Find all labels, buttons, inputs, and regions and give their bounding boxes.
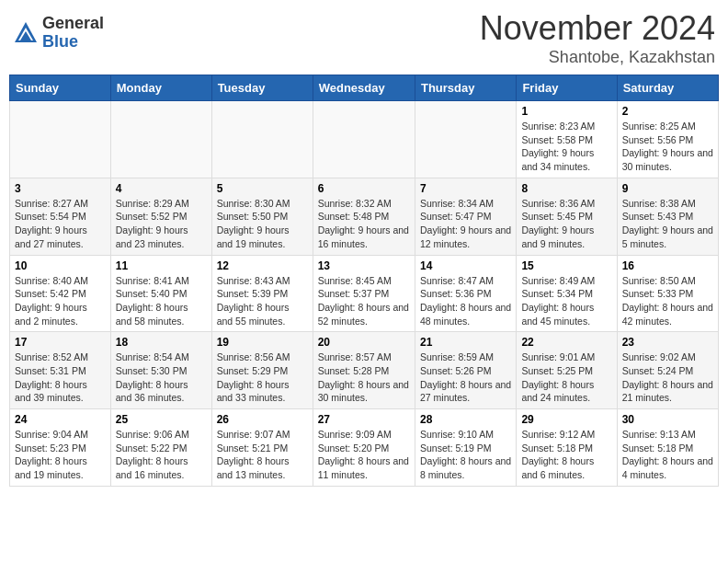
calendar-cell: 15Sunrise: 8:49 AMSunset: 5:34 PMDayligh… bbox=[517, 255, 617, 332]
day-number: 20 bbox=[318, 336, 410, 349]
calendar-week-5: 24Sunrise: 9:04 AMSunset: 5:23 PMDayligh… bbox=[10, 409, 719, 487]
weekday-header-saturday: Saturday bbox=[617, 75, 718, 101]
weekday-header-sunday: Sunday bbox=[10, 75, 111, 101]
calendar-cell: 11Sunrise: 8:41 AMSunset: 5:40 PMDayligh… bbox=[110, 255, 211, 332]
calendar-cell bbox=[211, 101, 313, 178]
calendar-cell: 6Sunrise: 8:32 AMSunset: 5:48 PMDaylight… bbox=[313, 178, 415, 255]
calendar-cell: 18Sunrise: 8:54 AMSunset: 5:30 PMDayligh… bbox=[110, 332, 211, 409]
calendar-week-2: 3Sunrise: 8:27 AMSunset: 5:54 PMDaylight… bbox=[10, 178, 719, 255]
calendar-cell: 19Sunrise: 8:56 AMSunset: 5:29 PMDayligh… bbox=[211, 332, 313, 409]
day-info: Sunrise: 9:09 AMSunset: 5:20 PMDaylight:… bbox=[318, 428, 410, 482]
day-number: 7 bbox=[420, 182, 511, 195]
day-info: Sunrise: 8:50 AMSunset: 5:33 PMDaylight:… bbox=[622, 274, 713, 328]
calendar-cell: 1Sunrise: 8:23 AMSunset: 5:58 PMDaylight… bbox=[517, 101, 617, 178]
calendar-cell: 13Sunrise: 8:45 AMSunset: 5:37 PMDayligh… bbox=[313, 255, 415, 332]
calendar-cell: 24Sunrise: 9:04 AMSunset: 5:23 PMDayligh… bbox=[10, 409, 111, 487]
day-info: Sunrise: 8:49 AMSunset: 5:34 PMDaylight:… bbox=[521, 274, 611, 328]
calendar-cell: 5Sunrise: 8:30 AMSunset: 5:50 PMDaylight… bbox=[211, 178, 313, 255]
day-info: Sunrise: 8:27 AMSunset: 5:54 PMDaylight:… bbox=[15, 197, 106, 251]
day-number: 6 bbox=[318, 182, 410, 195]
calendar-cell: 27Sunrise: 9:09 AMSunset: 5:20 PMDayligh… bbox=[313, 409, 415, 487]
day-info: Sunrise: 8:40 AMSunset: 5:42 PMDaylight:… bbox=[15, 274, 106, 328]
day-number: 9 bbox=[622, 182, 713, 195]
day-info: Sunrise: 8:41 AMSunset: 5:40 PMDaylight:… bbox=[116, 274, 207, 328]
day-number: 13 bbox=[318, 259, 410, 272]
calendar-cell bbox=[10, 101, 111, 178]
day-info: Sunrise: 9:02 AMSunset: 5:24 PMDaylight:… bbox=[622, 350, 713, 405]
day-number: 17 bbox=[15, 336, 106, 349]
day-info: Sunrise: 8:54 AMSunset: 5:30 PMDaylight:… bbox=[116, 350, 207, 405]
calendar-cell: 8Sunrise: 8:36 AMSunset: 5:45 PMDaylight… bbox=[517, 178, 617, 255]
calendar-cell: 10Sunrise: 8:40 AMSunset: 5:42 PMDayligh… bbox=[10, 255, 111, 332]
page-header: General Blue November 2024 Shantobe, Kaz… bbox=[9, 9, 719, 67]
day-number: 8 bbox=[521, 182, 611, 195]
calendar-cell: 16Sunrise: 8:50 AMSunset: 5:33 PMDayligh… bbox=[617, 255, 718, 332]
day-info: Sunrise: 9:04 AMSunset: 5:23 PMDaylight:… bbox=[15, 428, 106, 482]
day-number: 19 bbox=[217, 336, 308, 349]
day-info: Sunrise: 9:10 AMSunset: 5:19 PMDaylight:… bbox=[420, 428, 511, 482]
day-number: 3 bbox=[15, 182, 106, 195]
calendar-cell bbox=[415, 101, 516, 178]
weekday-header-tuesday: Tuesday bbox=[211, 75, 313, 101]
day-number: 29 bbox=[521, 413, 611, 426]
calendar-week-1: 1Sunrise: 8:23 AMSunset: 5:58 PMDaylight… bbox=[10, 101, 719, 178]
calendar-header-row: SundayMondayTuesdayWednesdayThursdayFrid… bbox=[10, 75, 719, 101]
logo-general: General bbox=[42, 15, 104, 33]
calendar-cell: 22Sunrise: 9:01 AMSunset: 5:25 PMDayligh… bbox=[517, 332, 617, 409]
day-info: Sunrise: 8:38 AMSunset: 5:43 PMDaylight:… bbox=[622, 197, 713, 251]
day-info: Sunrise: 8:59 AMSunset: 5:26 PMDaylight:… bbox=[420, 350, 511, 405]
calendar-cell: 3Sunrise: 8:27 AMSunset: 5:54 PMDaylight… bbox=[10, 178, 111, 255]
day-info: Sunrise: 8:57 AMSunset: 5:28 PMDaylight:… bbox=[318, 350, 410, 405]
day-number: 21 bbox=[420, 336, 511, 349]
day-number: 28 bbox=[420, 413, 511, 426]
day-number: 14 bbox=[420, 259, 511, 272]
calendar-cell: 14Sunrise: 8:47 AMSunset: 5:36 PMDayligh… bbox=[415, 255, 516, 332]
day-info: Sunrise: 9:06 AMSunset: 5:22 PMDaylight:… bbox=[116, 428, 207, 482]
day-info: Sunrise: 8:23 AMSunset: 5:58 PMDaylight:… bbox=[521, 120, 611, 174]
day-number: 15 bbox=[521, 259, 611, 272]
day-number: 27 bbox=[318, 413, 410, 426]
calendar-cell bbox=[110, 101, 211, 178]
calendar-cell: 4Sunrise: 8:29 AMSunset: 5:52 PMDaylight… bbox=[110, 178, 211, 255]
calendar-cell: 28Sunrise: 9:10 AMSunset: 5:19 PMDayligh… bbox=[415, 409, 516, 487]
day-number: 4 bbox=[116, 182, 207, 195]
day-info: Sunrise: 9:12 AMSunset: 5:18 PMDaylight:… bbox=[521, 428, 611, 482]
calendar-cell: 29Sunrise: 9:12 AMSunset: 5:18 PMDayligh… bbox=[517, 409, 617, 487]
day-info: Sunrise: 9:13 AMSunset: 5:18 PMDaylight:… bbox=[622, 428, 713, 482]
day-number: 24 bbox=[15, 413, 106, 426]
day-info: Sunrise: 8:32 AMSunset: 5:48 PMDaylight:… bbox=[318, 197, 410, 251]
weekday-header-friday: Friday bbox=[517, 75, 617, 101]
calendar-cell: 20Sunrise: 8:57 AMSunset: 5:28 PMDayligh… bbox=[313, 332, 415, 409]
calendar-cell: 9Sunrise: 8:38 AMSunset: 5:43 PMDaylight… bbox=[617, 178, 718, 255]
day-info: Sunrise: 8:45 AMSunset: 5:37 PMDaylight:… bbox=[318, 274, 410, 328]
calendar-cell bbox=[313, 101, 415, 178]
calendar-cell: 21Sunrise: 8:59 AMSunset: 5:26 PMDayligh… bbox=[415, 332, 516, 409]
day-number: 1 bbox=[521, 105, 611, 118]
calendar-week-3: 10Sunrise: 8:40 AMSunset: 5:42 PMDayligh… bbox=[10, 255, 719, 332]
day-info: Sunrise: 8:30 AMSunset: 5:50 PMDaylight:… bbox=[217, 197, 308, 251]
day-info: Sunrise: 9:01 AMSunset: 5:25 PMDaylight:… bbox=[521, 350, 611, 405]
day-number: 18 bbox=[116, 336, 207, 349]
logo-icon bbox=[13, 20, 39, 46]
day-info: Sunrise: 9:07 AMSunset: 5:21 PMDaylight:… bbox=[217, 428, 308, 482]
weekday-header-wednesday: Wednesday bbox=[313, 75, 415, 101]
day-number: 30 bbox=[622, 413, 713, 426]
calendar-cell: 25Sunrise: 9:06 AMSunset: 5:22 PMDayligh… bbox=[110, 409, 211, 487]
day-number: 22 bbox=[521, 336, 611, 349]
day-number: 5 bbox=[217, 182, 308, 195]
weekday-header-monday: Monday bbox=[110, 75, 211, 101]
logo: General Blue bbox=[13, 15, 104, 52]
day-info: Sunrise: 8:43 AMSunset: 5:39 PMDaylight:… bbox=[217, 274, 308, 328]
day-number: 16 bbox=[622, 259, 713, 272]
calendar-cell: 17Sunrise: 8:52 AMSunset: 5:31 PMDayligh… bbox=[10, 332, 111, 409]
logo-text: General Blue bbox=[42, 15, 104, 52]
weekday-header-thursday: Thursday bbox=[415, 75, 516, 101]
day-number: 10 bbox=[15, 259, 106, 272]
calendar-cell: 12Sunrise: 8:43 AMSunset: 5:39 PMDayligh… bbox=[211, 255, 313, 332]
day-number: 26 bbox=[217, 413, 308, 426]
day-info: Sunrise: 8:36 AMSunset: 5:45 PMDaylight:… bbox=[521, 197, 611, 251]
day-info: Sunrise: 8:47 AMSunset: 5:36 PMDaylight:… bbox=[420, 274, 511, 328]
day-number: 11 bbox=[116, 259, 207, 272]
day-number: 2 bbox=[622, 105, 713, 118]
month-title: November 2024 bbox=[480, 9, 715, 48]
